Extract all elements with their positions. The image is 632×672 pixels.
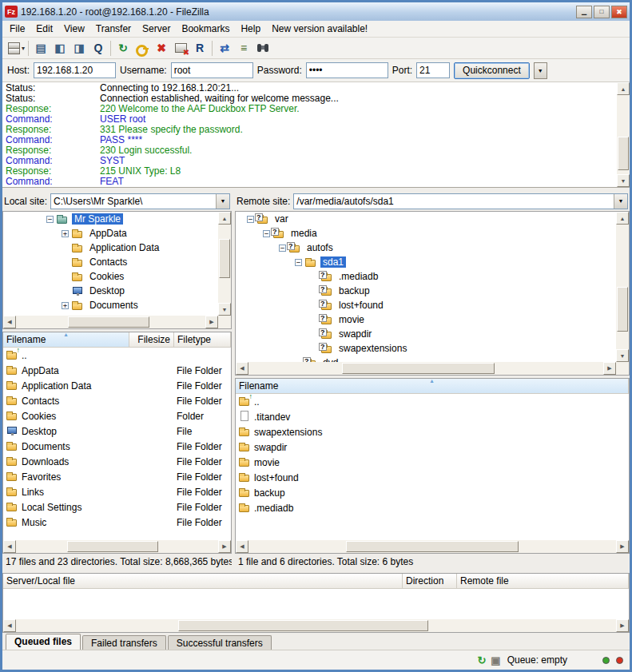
- tab-successful-transfers[interactable]: Successful transfers: [168, 635, 272, 650]
- scroll-right-arrow[interactable]: ▶: [616, 540, 629, 553]
- scroll-thumb[interactable]: [617, 287, 628, 332]
- tab-failed-transfers[interactable]: Failed transfers: [82, 635, 166, 650]
- filter-button[interactable]: [133, 39, 152, 57]
- remote-tree-hscrollbar[interactable]: ◀ ▶: [236, 362, 616, 375]
- title-bar[interactable]: Fz 192.168.1.20 - root@192.168.1.20 - Fi…: [2, 2, 630, 21]
- scroll-thumb[interactable]: [219, 239, 230, 278]
- local-site-dropdown[interactable]: ▼: [216, 194, 229, 209]
- tree-item-appdata[interactable]: +AppData: [3, 226, 218, 241]
- encryption-status-icon[interactable]: ▣: [491, 655, 500, 666]
- tree-item-application-data[interactable]: Application Data: [3, 241, 218, 255]
- toggle-remote-tree-button[interactable]: ◨: [70, 39, 89, 57]
- menu-item-help[interactable]: Help: [235, 22, 266, 36]
- remote-site-dropdown[interactable]: ▼: [614, 194, 627, 209]
- queue-hscrollbar[interactable]: ◀ ▶: [3, 619, 629, 632]
- column-header-filesize[interactable]: Filesize: [129, 332, 174, 348]
- scroll-up-arrow[interactable]: ▲: [218, 212, 231, 225]
- local-site-combo[interactable]: C:\Users\Mr Sparkle\ ▼: [50, 193, 230, 209]
- reconnect-button[interactable]: R: [190, 39, 209, 57]
- remote-site-combo[interactable]: /var/media/autofs/sda1 ▼: [293, 193, 628, 209]
- refresh-button[interactable]: ↻: [113, 39, 133, 57]
- toggle-log-button[interactable]: ▤: [31, 39, 50, 57]
- scroll-left-arrow[interactable]: ◀: [236, 362, 248, 375]
- cancel-button[interactable]: ✖: [152, 39, 171, 57]
- column-header-server-local-file[interactable]: Server/Local file: [3, 574, 403, 589]
- column-header-filename[interactable]: Filename▴: [3, 332, 129, 348]
- local-list-hscrollbar[interactable]: ◀ ▶: [3, 540, 231, 553]
- scroll-thumb[interactable]: [68, 316, 149, 328]
- file-row-local-settings[interactable]: Local SettingsFile Folder: [3, 499, 231, 515]
- menu-item-transfer[interactable]: Transfer: [90, 22, 137, 36]
- scroll-left-arrow[interactable]: ◀: [3, 619, 16, 632]
- file-row-parent-dir[interactable]: ↑..: [236, 394, 629, 409]
- log-scrollbar[interactable]: ▲ ▼: [617, 82, 630, 187]
- tree-expand-toggle[interactable]: −: [295, 259, 302, 266]
- menu-item-file[interactable]: File: [4, 22, 30, 36]
- tree-item-sda1[interactable]: −sda1: [236, 255, 616, 269]
- column-header-filename[interactable]: Filename▴: [236, 379, 629, 394]
- tree-item-dvd[interactable]: ?dvd: [236, 356, 616, 362]
- tree-expand-toggle[interactable]: +: [62, 230, 69, 237]
- menu-item-view[interactable]: View: [58, 22, 90, 36]
- file-row-appdata[interactable]: AppDataFile Folder: [3, 363, 231, 378]
- tree-expand-toggle[interactable]: −: [279, 245, 286, 252]
- column-header-direction[interactable]: Direction: [403, 574, 457, 589]
- file-row-backup[interactable]: backup: [236, 485, 629, 500]
- menu-item-edit[interactable]: Edit: [30, 22, 58, 36]
- quickconnect-button[interactable]: Quickconnect: [454, 62, 530, 79]
- speed-limits-icon[interactable]: ↻: [477, 655, 486, 666]
- toggle-queue-button[interactable]: Q: [89, 39, 108, 57]
- scroll-thumb[interactable]: [342, 363, 494, 374]
- file-row-contacts[interactable]: ContactsFile Folder: [3, 393, 231, 408]
- file-row-favorites[interactable]: FavoritesFile Folder: [3, 469, 231, 484]
- minimize-button[interactable]: ▁: [576, 6, 592, 18]
- file-row-cookies[interactable]: CookiesFolder: [3, 408, 231, 423]
- tab-queued-files[interactable]: Queued files: [6, 634, 81, 650]
- scroll-left-arrow[interactable]: ◀: [236, 540, 248, 553]
- close-button[interactable]: ✖: [611, 6, 627, 18]
- tree-item-swapdir[interactable]: ?swapdir: [236, 327, 616, 341]
- scroll-right-arrow[interactable]: ▶: [205, 316, 218, 328]
- port-input[interactable]: [416, 62, 450, 78]
- tree-item-contacts[interactable]: Contacts: [3, 255, 218, 269]
- remote-tree-vscrollbar[interactable]: ▲ ▼: [616, 212, 629, 362]
- tree-item-cookies[interactable]: Cookies: [3, 269, 218, 284]
- tree-expand-toggle[interactable]: −: [247, 216, 254, 223]
- tree-item-lost-found[interactable]: ?lost+found: [236, 298, 616, 312]
- site-manager-button[interactable]: ▾: [6, 39, 26, 57]
- file-row-lost-found[interactable]: lost+found: [236, 470, 629, 485]
- scroll-right-arrow[interactable]: ▶: [616, 619, 629, 632]
- scroll-left-arrow[interactable]: ◀: [3, 316, 16, 328]
- menu-item-bookmarks[interactable]: Bookmarks: [176, 22, 235, 36]
- tree-expand-toggle[interactable]: −: [263, 230, 270, 237]
- tree-item-documents[interactable]: +Documents: [3, 298, 218, 312]
- file-row-desktop[interactable]: DesktopFile: [3, 423, 231, 439]
- scroll-thumb[interactable]: [178, 620, 428, 631]
- file-row-mediadb[interactable]: .mediadb: [236, 500, 629, 515]
- scroll-right-arrow[interactable]: ▶: [218, 540, 231, 553]
- synchronized-browsing-button[interactable]: ⇄: [215, 39, 234, 57]
- scroll-down-arrow[interactable]: ▼: [617, 174, 630, 187]
- file-row-swapdir[interactable]: swapdir: [236, 439, 629, 455]
- tree-item-desktop[interactable]: Desktop: [3, 284, 218, 298]
- scroll-up-arrow[interactable]: ▲: [617, 82, 630, 95]
- file-row-movie[interactable]: movie: [236, 455, 629, 470]
- tree-item-swapextensions[interactable]: ?swapextensions: [236, 341, 616, 356]
- username-input[interactable]: [171, 62, 253, 78]
- scroll-down-arrow[interactable]: ▼: [218, 303, 231, 316]
- file-row-swapextensions[interactable]: swapextensions: [236, 424, 629, 439]
- menu-item-new-version-available[interactable]: New version available!: [266, 22, 373, 36]
- tree-item-mr-sparkle[interactable]: −Mr Sparkle: [3, 212, 218, 226]
- file-row-music[interactable]: MusicFile Folder: [3, 515, 231, 530]
- scroll-down-arrow[interactable]: ▼: [616, 349, 629, 362]
- tree-item-mediadb[interactable]: ?.mediadb: [236, 269, 616, 284]
- dropdown-arrow-icon[interactable]: ▾: [22, 45, 25, 52]
- file-row-titandev[interactable]: .titandev: [236, 409, 629, 424]
- find-files-button[interactable]: [253, 39, 272, 57]
- host-input[interactable]: [34, 62, 116, 78]
- file-row-parent-dir[interactable]: ↑..: [3, 348, 231, 363]
- tree-expand-toggle[interactable]: +: [62, 302, 69, 309]
- file-row-documents[interactable]: DocumentsFile Folder: [3, 439, 231, 454]
- tree-expand-toggle[interactable]: −: [46, 216, 54, 223]
- maximize-button[interactable]: □: [594, 6, 610, 18]
